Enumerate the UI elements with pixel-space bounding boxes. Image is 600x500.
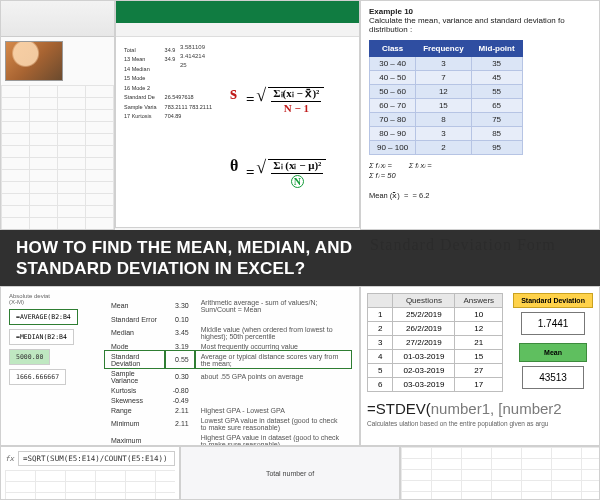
panel-spreadsheet-topleft (0, 0, 115, 230)
symbol-theta: θ (230, 157, 238, 175)
table-row: Range2.11Highest GPA - Lowest GPA (105, 405, 351, 415)
sub-ribbon (116, 23, 359, 37)
mean-pill: Mean (519, 343, 587, 362)
equation-board: s = Σᵢ(xᵢ − x̄)² N − 1 θ = Σᵢ (xᵢ − μ)² (224, 39, 356, 225)
symbol-s: s (230, 83, 237, 104)
panel-formula-bar: fx =SQRT(SUM(E5:E14)/COUNT(E5:E14)) (0, 446, 180, 500)
fx-icon[interactable]: fx (5, 454, 14, 463)
mini-num: 3.414214 (180, 52, 205, 61)
headline-banner: HOW TO FIND THE MEAN, MEDIAN, AND STANDA… (0, 230, 600, 286)
mean-result: = 6.2 (413, 191, 430, 200)
stdev-formula-display: =STDEV(number1, [number2 (367, 400, 593, 417)
stdev-note: Calculates ulation based on the entire p… (367, 420, 593, 427)
panel-explainer-stats: Absolute deviat (X-M) =AVERAGE(B2:B4 =ME… (0, 286, 360, 446)
sd-header: Standard Deviation (513, 293, 593, 308)
sum-f-label: Σ fᵢ = 50 (369, 171, 396, 180)
embedded-photo (5, 41, 63, 81)
table-row-selected: Standard Deviation0.55Average or typical… (105, 351, 351, 368)
sum-fx-label: Σ fᵢ xᵢ = (369, 161, 392, 170)
table-row: MaximumHighest GPA value in dataset (goo… (105, 432, 351, 446)
mini-date-table[interactable]: QuestionsAnswers 125/2/201910 226/2/2019… (367, 293, 503, 392)
empty-grid[interactable] (1, 85, 114, 229)
result-chip: 1666.666667 (9, 369, 66, 385)
table-row: Median3.45Middle value (when ordered fro… (105, 324, 351, 341)
mini-num: 3.581109 (180, 43, 205, 52)
panel-bottom-right (400, 446, 600, 500)
ribbon-bar (1, 1, 114, 37)
mean-label: Mean (x̄) (369, 191, 400, 200)
table-row: Mean3.30Arithmetic average - sum of valu… (105, 297, 351, 314)
banner-line2: STANDARD DEVIATION IN EXCEL? (16, 259, 305, 278)
mini-num: 25 (180, 61, 205, 70)
circled-n-icon: N (291, 175, 304, 188)
table-row: Kurtosis-0.80 (105, 385, 351, 395)
descriptive-stats-table: Mean3.30Arithmetic average - sum of valu… (105, 297, 351, 446)
formula-chip-median[interactable]: =MEDIAN(B2:B4 (9, 329, 74, 345)
example-title: Example 10 (369, 7, 591, 16)
banner-line1: HOW TO FIND THE MEAN, MEDIAN, AND (16, 238, 352, 257)
panel-example-frequency: Example 10 Calculate the mean, variance … (360, 0, 600, 230)
abs-subheader: (X-M) (9, 299, 24, 305)
mean-value: 43513 (522, 366, 584, 389)
grid-snip[interactable] (401, 447, 599, 499)
panel-bottom-mid: Total number of (180, 446, 400, 500)
bottom-mid-text: Total number of (266, 470, 314, 477)
result-chip: 5000.00 (9, 349, 50, 365)
grid-snip[interactable] (5, 470, 175, 500)
table-row: Sample Variance0.30about .55 GPA points … (105, 368, 351, 385)
panel-equation-whiteboard: Total34.9 13 Mean34.9 14 Median 15 Mode … (115, 0, 360, 228)
formula-chip-average[interactable]: =AVERAGE(B2:B4 (9, 309, 78, 325)
table-row: Standard Error0.10 (105, 314, 351, 324)
table-row: Mode3.19Most frequently occurring value (105, 341, 351, 351)
table-row: Skewness-0.49 (105, 395, 351, 405)
mini-stats-table: Total34.9 13 Mean34.9 14 Median 15 Mode … (122, 45, 220, 122)
excel-green-ribbon (116, 1, 359, 23)
example-prompt2: distribution : (369, 25, 591, 34)
panel-mean-stdev-card: QuestionsAnswers 125/2/201910 226/2/2019… (360, 286, 600, 446)
sum-fx-rhs: Σ fᵢ xᵢ = (409, 161, 432, 170)
formula-input[interactable]: =SQRT(SUM(E5:E14)/COUNT(E5:E14)) (18, 451, 175, 466)
equation-sample-sd: = Σᵢ(xᵢ − x̄)² N − 1 (246, 87, 324, 114)
table-row: Minimum2.11Lowest GPA value in dataset (… (105, 415, 351, 432)
equation-population-sd: = Σᵢ (xᵢ − μ)² N (246, 159, 326, 188)
frequency-table: Class Frequency Mid-point 30 – 40335 40 … (369, 40, 523, 155)
sd-value: 1.7441 (521, 312, 586, 335)
example-prompt: Calculate the mean, variance and standar… (369, 16, 591, 25)
